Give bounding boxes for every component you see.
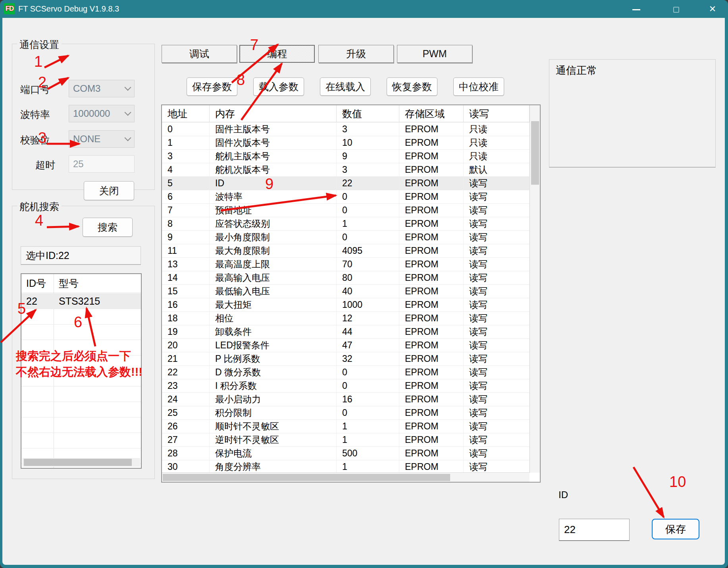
cell-rw: 读写 (464, 312, 530, 325)
cell-name: 保护电流 (210, 447, 337, 460)
port-value: COM3 (73, 80, 100, 97)
table-row[interactable]: 26顺时针不灵敏区1EPROM读写 (162, 420, 530, 433)
table-row[interactable]: 22D 微分系数0EPROM读写 (162, 366, 530, 379)
table-row[interactable]: 14最高输入电压80EPROM读写 (162, 271, 530, 285)
param-button-5[interactable]: 中位校准 (453, 77, 504, 96)
baud-combobox[interactable]: 1000000 (69, 105, 135, 122)
cell-area: EPROM (399, 150, 464, 163)
search-button[interactable]: 搜索 (83, 218, 133, 237)
cell-name: 最低输入电压 (210, 285, 337, 298)
cell-addr: 30 (162, 460, 210, 473)
cell-name: 固件次版本号 (210, 136, 337, 149)
cell-rw: 读写 (464, 379, 530, 392)
scrollbar-thumb[interactable] (163, 474, 450, 481)
close-window-button[interactable]: ✕ (700, 0, 725, 18)
param-button-4[interactable]: 恢复参数 (387, 77, 437, 96)
cell-value: 1000 (337, 298, 399, 311)
cell-rw: 读写 (464, 352, 530, 365)
cell-value: 1 (337, 433, 399, 446)
param-button-1[interactable]: 保存参数 (187, 77, 237, 96)
table-row[interactable]: 13最高温度上限70EPROM读写 (162, 258, 530, 271)
cell-name: 预留地址 (210, 204, 337, 217)
table-row[interactable]: 15最低输入电压40EPROM读写 (162, 285, 530, 298)
cell-value: 3 (337, 163, 399, 176)
memory-table-hscrollbar[interactable] (162, 472, 530, 482)
table-row[interactable]: 25积分限制0EPROM读写 (162, 406, 530, 420)
memory-table-vscrollbar[interactable] (530, 105, 540, 473)
servo-list-header-model: 型号 (59, 274, 79, 292)
table-row[interactable]: 9最小角度限制0EPROM读写 (162, 231, 530, 244)
chevron-down-icon (125, 109, 131, 116)
timeout-input[interactable]: 25 (69, 155, 135, 173)
maximize-button[interactable] (664, 0, 688, 18)
table-row[interactable]: 28保护电流500EPROM读写 (162, 447, 530, 460)
tab-编程[interactable]: 编程 (239, 45, 315, 63)
cell-name: 最大扭矩 (210, 298, 337, 311)
memory-table-header: 地址内存数值存储区域读写 (162, 105, 530, 122)
table-row[interactable]: 0固件主版本号3EPROM只读 (162, 123, 530, 136)
tutorial-warning-line1: 搜索完之后必须点一下 (16, 348, 143, 364)
servo-list-hscrollbar[interactable] (22, 458, 140, 467)
cell-area: EPROM (399, 177, 464, 190)
tab-调试[interactable]: 调试 (162, 45, 237, 63)
table-row[interactable]: 8应答状态级别1EPROM读写 (162, 217, 530, 231)
cell-name: 逆时针不灵敏区 (210, 433, 337, 446)
table-row[interactable]: 16最大扭矩1000EPROM读写 (162, 298, 530, 312)
id-input[interactable]: 22 (559, 519, 630, 541)
cell-value: 0 (337, 231, 399, 244)
chevron-down-icon (125, 84, 131, 91)
baud-label: 波特率 (20, 108, 50, 121)
tab-PWM[interactable]: PWM (397, 45, 472, 63)
cell-rw: 读写 (464, 258, 530, 271)
table-row[interactable]: 7预留地址0EPROM读写 (162, 204, 530, 217)
cell-rw: 默认 (464, 163, 530, 176)
cell-rw: 读写 (464, 447, 530, 460)
cell-name: 固件主版本号 (210, 123, 337, 136)
param-button-3[interactable]: 在线载入 (320, 77, 371, 96)
table-row[interactable]: 4舵机次版本号3EPROM默认 (162, 163, 530, 177)
cell-rw: 只读 (464, 136, 530, 149)
selected-id-box[interactable]: 选中ID:22 (21, 246, 141, 265)
cell-name: LED报警条件 (210, 339, 337, 352)
cell-value: 4095 (337, 244, 399, 257)
table-row[interactable]: 5ID22EPROM读写 (162, 177, 530, 190)
cell-addr: 11 (162, 244, 210, 257)
cell-addr: 22 (162, 366, 210, 379)
cell-area: EPROM (399, 231, 464, 244)
cell-area: EPROM (399, 258, 464, 271)
list-item-empty (21, 386, 141, 402)
cell-value: 16 (337, 393, 399, 406)
table-row[interactable]: 11最大角度限制4095EPROM读写 (162, 244, 530, 258)
cell-addr: 6 (162, 190, 210, 203)
cell-rw: 读写 (464, 460, 530, 473)
table-row[interactable]: 21P 比例系数32EPROM读写 (162, 352, 530, 366)
cell-rw: 只读 (464, 150, 530, 163)
scrollbar-thumb[interactable] (531, 121, 539, 185)
tab-升级[interactable]: 升级 (318, 45, 394, 63)
minimize-button[interactable] (624, 0, 649, 18)
table-row[interactable]: 30角度分辨率1EPROM读写 (162, 460, 530, 474)
list-item-empty (21, 433, 141, 448)
table-row[interactable]: 20LED报警条件47EPROM读写 (162, 339, 530, 352)
list-item[interactable]: 22STS3215 (21, 294, 141, 309)
port-combobox[interactable]: COM3 (69, 80, 135, 97)
table-row[interactable]: 19卸载条件44EPROM读写 (162, 325, 530, 339)
param-button-2[interactable]: 载入参数 (253, 77, 304, 96)
id-label: ID (559, 489, 568, 500)
cell-rw: 读写 (464, 217, 530, 230)
table-row[interactable]: 6波特率0EPROM读写 (162, 190, 530, 204)
cell-addr: 28 (162, 447, 210, 460)
table-row[interactable]: 23I 积分系数0EPROM读写 (162, 379, 530, 393)
close-port-button[interactable]: 关闭 (84, 181, 134, 200)
scrollbar-thumb[interactable] (24, 459, 132, 466)
table-row[interactable]: 1固件次版本号10EPROM只读 (162, 136, 530, 150)
cell-value: 0 (337, 366, 399, 379)
cell-value: 12 (337, 312, 399, 325)
cell-area: EPROM (399, 406, 464, 419)
table-row[interactable]: 27逆时针不灵敏区1EPROM读写 (162, 433, 530, 447)
table-row[interactable]: 18相位12EPROM读写 (162, 312, 530, 325)
save-button[interactable]: 保存 (652, 519, 699, 539)
table-row[interactable]: 3舵机主版本号9EPROM只读 (162, 150, 530, 163)
table-row[interactable]: 24最小启动力16EPROM读写 (162, 393, 530, 406)
parity-combobox[interactable]: NONE (69, 130, 135, 148)
